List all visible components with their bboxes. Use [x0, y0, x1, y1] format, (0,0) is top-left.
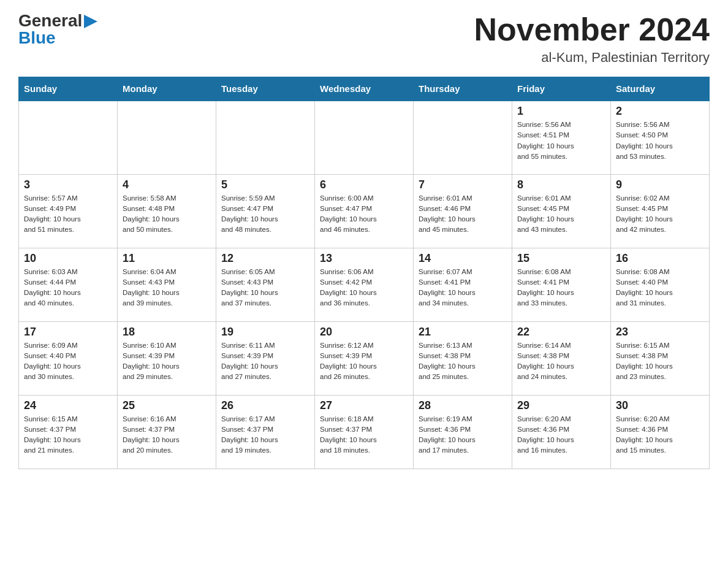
calendar-week-row: 17Sunrise: 6:09 AM Sunset: 4:40 PM Dayli… — [19, 321, 710, 395]
day-number: 10 — [24, 252, 112, 265]
calendar-cell — [315, 101, 414, 174]
month-title: November 2024 — [474, 12, 710, 47]
day-number: 23 — [616, 326, 704, 339]
calendar-cell: 16Sunrise: 6:08 AM Sunset: 4:40 PM Dayli… — [611, 248, 710, 321]
calendar-cell: 1Sunrise: 5:56 AM Sunset: 4:51 PM Daylig… — [512, 101, 611, 174]
calendar-cell: 6Sunrise: 6:00 AM Sunset: 4:47 PM Daylig… — [315, 174, 414, 248]
day-info: Sunrise: 6:01 AM Sunset: 4:46 PM Dayligh… — [419, 193, 507, 236]
title-area: November 2024 al-Kum, Palestinian Territ… — [474, 12, 710, 66]
day-number: 12 — [221, 252, 309, 265]
calendar-cell: 11Sunrise: 6:04 AM Sunset: 4:43 PM Dayli… — [118, 248, 216, 321]
day-info: Sunrise: 6:11 AM Sunset: 4:39 PM Dayligh… — [221, 340, 309, 383]
calendar-cell: 8Sunrise: 6:01 AM Sunset: 4:45 PM Daylig… — [512, 174, 611, 248]
calendar-cell: 27Sunrise: 6:18 AM Sunset: 4:37 PM Dayli… — [315, 395, 414, 469]
day-info: Sunrise: 6:09 AM Sunset: 4:40 PM Dayligh… — [24, 340, 112, 383]
calendar-cell: 24Sunrise: 6:15 AM Sunset: 4:37 PM Dayli… — [19, 395, 118, 469]
calendar-cell: 9Sunrise: 6:02 AM Sunset: 4:45 PM Daylig… — [611, 174, 710, 248]
day-info: Sunrise: 5:57 AM Sunset: 4:49 PM Dayligh… — [24, 193, 112, 236]
day-number: 27 — [320, 399, 408, 412]
calendar-cell — [414, 101, 512, 174]
day-info: Sunrise: 6:20 AM Sunset: 4:36 PM Dayligh… — [517, 414, 605, 456]
page-header: General Blue November 2024 al-Kum, Pales… — [18, 12, 710, 66]
day-of-week-header: Saturday — [611, 77, 710, 101]
day-number: 26 — [221, 399, 309, 412]
day-number: 20 — [320, 326, 408, 339]
calendar-cell — [19, 101, 118, 174]
day-info: Sunrise: 6:18 AM Sunset: 4:37 PM Dayligh… — [320, 414, 408, 456]
calendar-cell: 2Sunrise: 5:56 AM Sunset: 4:50 PM Daylig… — [611, 101, 710, 174]
day-of-week-header: Thursday — [414, 77, 512, 101]
calendar-table: SundayMondayTuesdayWednesdayThursdayFrid… — [18, 77, 710, 469]
calendar-week-row: 1Sunrise: 5:56 AM Sunset: 4:51 PM Daylig… — [19, 101, 710, 174]
day-info: Sunrise: 5:56 AM Sunset: 4:51 PM Dayligh… — [517, 120, 605, 162]
day-number: 3 — [24, 178, 112, 191]
day-number: 21 — [419, 326, 507, 339]
logo-triangle-icon — [84, 15, 97, 28]
calendar-cell: 25Sunrise: 6:16 AM Sunset: 4:37 PM Dayli… — [118, 395, 216, 469]
day-info: Sunrise: 6:00 AM Sunset: 4:47 PM Dayligh… — [320, 193, 408, 236]
day-of-week-header: Sunday — [19, 77, 118, 101]
day-info: Sunrise: 6:08 AM Sunset: 4:40 PM Dayligh… — [616, 267, 704, 309]
calendar-cell: 13Sunrise: 6:06 AM Sunset: 4:42 PM Dayli… — [315, 248, 414, 321]
calendar-cell: 23Sunrise: 6:15 AM Sunset: 4:38 PM Dayli… — [611, 321, 710, 395]
calendar-week-row: 3Sunrise: 5:57 AM Sunset: 4:49 PM Daylig… — [19, 174, 710, 248]
day-info: Sunrise: 6:03 AM Sunset: 4:44 PM Dayligh… — [24, 267, 112, 309]
calendar-cell: 22Sunrise: 6:14 AM Sunset: 4:38 PM Dayli… — [512, 321, 611, 395]
logo: General Blue — [18, 12, 97, 47]
day-number: 22 — [517, 326, 605, 339]
calendar-cell: 26Sunrise: 6:17 AM Sunset: 4:37 PM Dayli… — [216, 395, 315, 469]
day-info: Sunrise: 6:02 AM Sunset: 4:45 PM Dayligh… — [616, 193, 704, 236]
day-info: Sunrise: 5:58 AM Sunset: 4:48 PM Dayligh… — [123, 193, 211, 236]
calendar-cell: 19Sunrise: 6:11 AM Sunset: 4:39 PM Dayli… — [216, 321, 315, 395]
day-number: 15 — [517, 252, 605, 265]
calendar-cell: 3Sunrise: 5:57 AM Sunset: 4:49 PM Daylig… — [19, 174, 118, 248]
day-number: 30 — [616, 399, 704, 412]
day-info: Sunrise: 6:01 AM Sunset: 4:45 PM Dayligh… — [517, 193, 605, 236]
calendar-cell: 12Sunrise: 6:05 AM Sunset: 4:43 PM Dayli… — [216, 248, 315, 321]
day-of-week-header: Friday — [512, 77, 611, 101]
day-number: 1 — [517, 105, 605, 118]
calendar-cell: 17Sunrise: 6:09 AM Sunset: 4:40 PM Dayli… — [19, 321, 118, 395]
day-number: 16 — [616, 252, 704, 265]
calendar-header-row: SundayMondayTuesdayWednesdayThursdayFrid… — [19, 77, 710, 101]
day-info: Sunrise: 6:10 AM Sunset: 4:39 PM Dayligh… — [123, 340, 211, 383]
location-title: al-Kum, Palestinian Territory — [474, 50, 710, 66]
day-info: Sunrise: 6:12 AM Sunset: 4:39 PM Dayligh… — [320, 340, 408, 383]
day-info: Sunrise: 5:56 AM Sunset: 4:50 PM Dayligh… — [616, 120, 704, 162]
day-number: 14 — [419, 252, 507, 265]
calendar-cell: 21Sunrise: 6:13 AM Sunset: 4:38 PM Dayli… — [414, 321, 512, 395]
day-info: Sunrise: 6:19 AM Sunset: 4:36 PM Dayligh… — [419, 414, 507, 456]
day-number: 2 — [616, 105, 704, 118]
calendar-cell: 29Sunrise: 6:20 AM Sunset: 4:36 PM Dayli… — [512, 395, 611, 469]
day-number: 13 — [320, 252, 408, 265]
day-info: Sunrise: 6:15 AM Sunset: 4:38 PM Dayligh… — [616, 340, 704, 383]
day-info: Sunrise: 5:59 AM Sunset: 4:47 PM Dayligh… — [221, 193, 309, 236]
calendar-cell: 30Sunrise: 6:20 AM Sunset: 4:36 PM Dayli… — [611, 395, 710, 469]
day-number: 17 — [24, 326, 112, 339]
day-info: Sunrise: 6:17 AM Sunset: 4:37 PM Dayligh… — [221, 414, 309, 456]
day-info: Sunrise: 6:13 AM Sunset: 4:38 PM Dayligh… — [419, 340, 507, 383]
day-number: 5 — [221, 178, 309, 191]
calendar-cell: 5Sunrise: 5:59 AM Sunset: 4:47 PM Daylig… — [216, 174, 315, 248]
calendar-cell: 4Sunrise: 5:58 AM Sunset: 4:48 PM Daylig… — [118, 174, 216, 248]
calendar-cell: 10Sunrise: 6:03 AM Sunset: 4:44 PM Dayli… — [19, 248, 118, 321]
day-info: Sunrise: 6:14 AM Sunset: 4:38 PM Dayligh… — [517, 340, 605, 383]
calendar-cell: 18Sunrise: 6:10 AM Sunset: 4:39 PM Dayli… — [118, 321, 216, 395]
day-info: Sunrise: 6:04 AM Sunset: 4:43 PM Dayligh… — [123, 267, 211, 309]
day-number: 4 — [123, 178, 211, 191]
svg-marker-0 — [84, 15, 97, 28]
day-number: 11 — [123, 252, 211, 265]
day-info: Sunrise: 6:20 AM Sunset: 4:36 PM Dayligh… — [616, 414, 704, 456]
day-info: Sunrise: 6:06 AM Sunset: 4:42 PM Dayligh… — [320, 267, 408, 309]
day-number: 29 — [517, 399, 605, 412]
day-number: 8 — [517, 178, 605, 191]
logo-blue-text: Blue — [18, 29, 56, 47]
day-of-week-header: Monday — [118, 77, 216, 101]
calendar-cell: 20Sunrise: 6:12 AM Sunset: 4:39 PM Dayli… — [315, 321, 414, 395]
day-number: 28 — [419, 399, 507, 412]
calendar-cell: 15Sunrise: 6:08 AM Sunset: 4:41 PM Dayli… — [512, 248, 611, 321]
calendar-cell — [118, 101, 216, 174]
calendar-week-row: 24Sunrise: 6:15 AM Sunset: 4:37 PM Dayli… — [19, 395, 710, 469]
day-info: Sunrise: 6:08 AM Sunset: 4:41 PM Dayligh… — [517, 267, 605, 309]
logo-general-text: General — [18, 12, 82, 29]
